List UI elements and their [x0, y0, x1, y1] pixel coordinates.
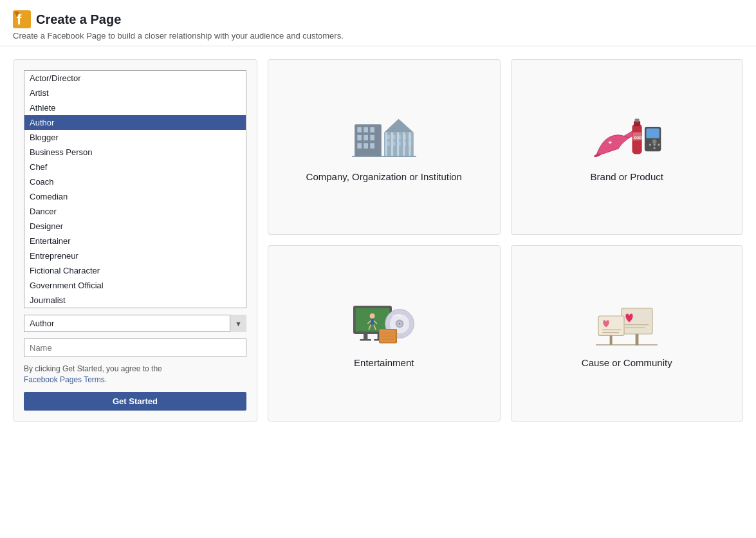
svg-rect-26: [391, 133, 393, 156]
list-item-designer[interactable]: Designer: [24, 219, 246, 234]
svg-rect-53: [364, 334, 367, 339]
card-person[interactable]: Actor/Director Artist Athlete Author Blo…: [13, 59, 257, 422]
entertainment-label: Entertainment: [354, 357, 414, 368]
svg-rect-7: [357, 135, 362, 140]
list-item-fictional-character[interactable]: Fictional Character: [24, 263, 246, 278]
svg-rect-67: [622, 308, 652, 334]
company-icon: [352, 112, 416, 163]
svg-rect-6: [370, 127, 374, 132]
get-started-button[interactable]: Get Started: [24, 392, 246, 411]
list-item-entertainer[interactable]: Entertainer: [24, 234, 246, 248]
svg-rect-68: [636, 334, 639, 346]
terms-prefix: By clicking Get Started, you agree to th…: [24, 364, 162, 373]
svg-rect-72: [610, 336, 613, 345]
list-container: Actor/Director Artist Athlete Author Blo…: [24, 70, 246, 308]
list-item-government-official[interactable]: Government Official: [24, 278, 246, 293]
card-company[interactable]: Company, Organization or Institution: [268, 59, 501, 235]
svg-point-38: [652, 140, 657, 144]
terms-text: By clicking Get Started, you agree to th…: [24, 364, 246, 385]
category-select-wrapper: Author Actor/Director Artist Athlete Blo…: [24, 315, 246, 332]
list-item-blogger[interactable]: Blogger: [24, 130, 246, 145]
svg-rect-25: [385, 133, 387, 156]
svg-point-41: [658, 144, 659, 145]
brand-icon: SODA ✦: [591, 112, 662, 163]
svg-rect-8: [364, 135, 368, 140]
cause-icon: [591, 298, 662, 349]
list-item-artist[interactable]: Artist: [24, 86, 246, 100]
list-item-author[interactable]: Author: [24, 115, 246, 130]
svg-rect-11: [364, 143, 368, 148]
list-item-journalist[interactable]: Journalist: [24, 293, 246, 308]
svg-rect-48: [371, 319, 374, 325]
svg-marker-14: [384, 119, 414, 133]
brand-label: Brand or Product: [591, 171, 663, 182]
list-item-actor[interactable]: Actor/Director: [24, 71, 246, 86]
svg-point-47: [369, 313, 374, 319]
card-cause[interactable]: Cause or Community: [511, 245, 744, 421]
svg-rect-5: [364, 127, 368, 132]
list-item-business-person[interactable]: Business Person: [24, 145, 246, 160]
svg-rect-37: [647, 129, 659, 138]
card-entertainment[interactable]: Entertainment: [268, 245, 501, 421]
category-dropdown-list[interactable]: Actor/Director Artist Athlete Author Blo…: [24, 70, 246, 308]
svg-rect-27: [397, 133, 399, 156]
svg-point-61: [398, 323, 400, 325]
list-item-movie-character[interactable]: Movie Character: [24, 308, 246, 308]
page-subtitle: Create a Facebook Page to build a closer…: [13, 31, 743, 41]
name-input[interactable]: [24, 339, 246, 357]
svg-point-42: [654, 147, 656, 149]
svg-rect-12: [370, 143, 374, 148]
svg-point-40: [654, 144, 656, 145]
svg-point-39: [649, 144, 651, 145]
svg-rect-9: [370, 135, 374, 140]
terms-link[interactable]: Facebook Pages Terms.: [24, 375, 107, 384]
svg-rect-55: [360, 339, 371, 340]
svg-rect-10: [357, 143, 362, 148]
page-header: f Create a Page Create a Facebook Page t…: [0, 0, 756, 46]
list-item-athlete[interactable]: Athlete: [24, 100, 246, 115]
svg-rect-28: [403, 133, 405, 156]
svg-text:✦: ✦: [608, 139, 613, 146]
entertainment-icon: [349, 298, 419, 349]
company-label: Company, Organization or Institution: [306, 171, 462, 182]
list-item-comedian[interactable]: Comedian: [24, 189, 246, 204]
cause-label: Cause or Community: [582, 357, 672, 368]
svg-rect-29: [409, 133, 410, 156]
list-item-dancer[interactable]: Dancer: [24, 204, 246, 219]
cards-grid: Actor/Director Artist Athlete Author Blo…: [13, 59, 743, 422]
list-item-entrepreneur[interactable]: Entrepreneur: [24, 248, 246, 263]
svg-rect-4: [357, 127, 362, 132]
svg-rect-33: [635, 119, 640, 122]
card-brand[interactable]: SODA ✦ Brand or Product: [511, 59, 744, 235]
page-title: Create a Page: [36, 12, 121, 27]
category-select[interactable]: Author Actor/Director Artist Athlete Blo…: [24, 315, 246, 332]
facebook-icon: f: [13, 10, 31, 28]
main-content: Actor/Director Artist Athlete Author Blo…: [0, 46, 756, 434]
list-item-chef[interactable]: Chef: [24, 160, 246, 174]
list-item-coach[interactable]: Coach: [24, 174, 246, 189]
svg-text:SODA: SODA: [634, 136, 645, 140]
